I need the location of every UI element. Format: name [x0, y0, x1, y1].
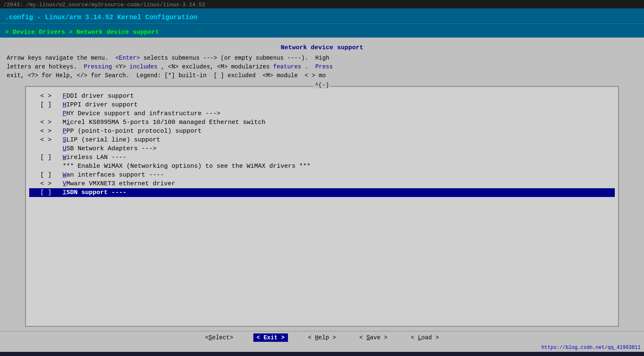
header-text: Network device support Arrow keys naviga… [0, 38, 644, 82]
main-area: Network device support Arrow keys naviga… [0, 38, 644, 343]
status-bar: https://blog.csdn.net/qq_41903811 [0, 343, 644, 352]
menu-item-0[interactable]: < >FDDI driver support [29, 92, 615, 101]
menu-label-4: PPP (point-to-point protocol) support [63, 128, 202, 135]
app-title-text: .config - Linux/arm 3.14.52 Kernel Confi… [5, 14, 197, 21]
menu-label-9: Wan interfaces support ---- [63, 172, 164, 179]
menu-item-8[interactable]: *** Enable WiMAX (Networking options) to… [29, 162, 615, 171]
exit-btn[interactable]: < Exit > [253, 333, 288, 342]
menu-marker-11: [ ] [29, 189, 63, 196]
load-btn[interactable]: < Load > [407, 333, 442, 342]
select-btn[interactable]: <Select> [202, 333, 236, 342]
menu-marker-1: [ ] [29, 101, 63, 109]
menu-item-11[interactable]: [ ]ISDN support ---- [29, 188, 615, 197]
menu-label-7: Wireless LAN ---- [63, 154, 126, 161]
menu-label-10: VMware VMXNET3 ethernet driver [63, 180, 175, 187]
menu-label-3: Micrel KS8995MA 5-ports 10/100 managed E… [63, 119, 265, 126]
bottom-bar: <Select>< Exit >< Help >< Save >< Load > [0, 331, 644, 343]
breadcrumb-bar: > Device Drivers > Network device suppor… [0, 23, 644, 38]
header-line-1: Arrow keys navigate the menu. <Enter> se… [7, 54, 637, 63]
menu-label-11: ISDN support ---- [63, 189, 126, 196]
menu-marker-3: < > [29, 119, 63, 126]
title-bar-text: /2043: /my-linux/o2_source/my2rsource-co… [3, 2, 205, 8]
menu-item-2[interactable]: -*-PHY Device support and infrastructure… [29, 109, 615, 118]
menu-label-6: USB Network Adapters ---> [63, 145, 157, 152]
menu-item-7[interactable]: [ ]Wireless LAN ---- [29, 153, 615, 162]
menu-marker-2: -*- [29, 110, 63, 117]
help-btn[interactable]: < Help > [305, 333, 339, 342]
status-url: https://blog.csdn.net/qq_41903811 [541, 345, 641, 351]
app-title: .config - Linux/arm 3.14.52 Kernel Confi… [0, 8, 644, 23]
menu-item-5[interactable]: < >SLIP (serial line) support [29, 136, 615, 144]
menu-label-0: FDDI driver support [63, 93, 134, 100]
menu-label-5: SLIP (serial line) support [63, 136, 160, 144]
menu-marker-10: < > [29, 180, 63, 187]
menu-label-8: *** Enable WiMAX (Networking options) to… [63, 163, 311, 170]
menu-marker-5: < > [29, 136, 63, 144]
menu-marker-0: < > [29, 93, 63, 100]
menu-item-1[interactable]: [ ]HIPPI driver support [29, 101, 615, 109]
menu-item-3[interactable]: < >Micrel KS8995MA 5-ports 10/100 manage… [29, 118, 615, 127]
menu-label-1: HIPPI driver support [63, 101, 138, 109]
header-line-3: exit, <?> for Help, </> for Search. Lege… [7, 71, 637, 80]
menu-marker-7: [ ] [29, 154, 63, 161]
menu-marker-4: < > [29, 128, 63, 135]
menu-item-4[interactable]: < >PPP (point-to-point protocol) support [29, 127, 615, 136]
title-bar: /2043: /my-linux/o2_source/my2rsource-co… [0, 0, 644, 8]
menu-container: ^(-) < >FDDI driver support[ ]HIPPI driv… [25, 86, 619, 327]
page-title: Network device support [7, 41, 637, 54]
header-line-2: letters are hotkeys. Pressing <Y> includ… [7, 63, 637, 71]
save-btn[interactable]: < Save > [356, 333, 391, 342]
menu-item-10[interactable]: < >VMware VMXNET3 ethernet driver [29, 179, 615, 188]
breadcrumb-text: > Device Drivers > Network device suppor… [5, 29, 159, 36]
menu-marker-9: [ ] [29, 172, 63, 179]
menu-item-9[interactable]: [ ]Wan interfaces support ---- [29, 171, 615, 179]
menu-items-area[interactable]: < >FDDI driver support[ ]HIPPI driver su… [26, 87, 618, 200]
menu-scrollbar-label: ^(-) [313, 82, 331, 88]
menu-item-6[interactable]: USB Network Adapters ---> [29, 144, 615, 153]
menu-label-2: PHY Device support and infrastructure --… [63, 110, 220, 117]
